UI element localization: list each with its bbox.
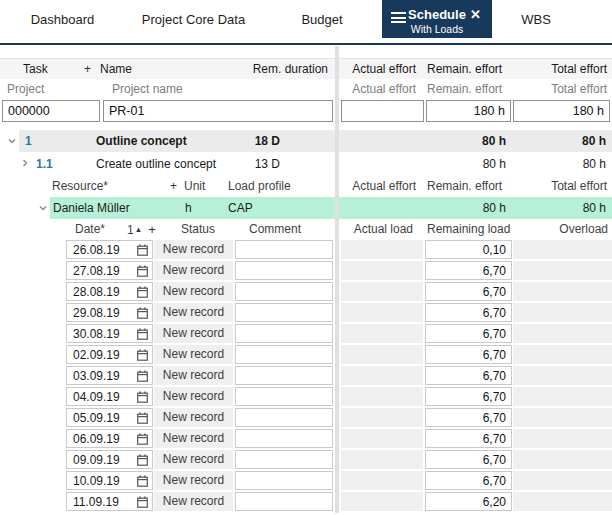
comment-field [235,408,333,427]
calendar-icon[interactable] [137,349,148,361]
calendar-icon[interactable] [137,328,148,340]
status-cell: New record [154,282,233,301]
comment-input[interactable] [235,450,333,469]
tab-dashboard[interactable]: Dashboard [0,0,125,38]
calendar-icon[interactable] [137,391,148,403]
project-total-effort-input[interactable] [513,100,610,122]
date-field[interactable]: 06.09.19 [66,429,153,448]
tab-project-core-data[interactable]: Project Core Data [125,0,262,38]
date-field[interactable]: 29.08.19 [66,303,153,322]
date-field[interactable]: 02.09.19 [66,345,153,364]
remaining-load-input[interactable] [425,408,512,427]
date-field[interactable]: 11.09.19 [66,492,153,511]
chevron-right-icon[interactable] [20,158,30,168]
date-field[interactable]: 04.09.19 [66,387,153,406]
overload-cell [513,240,612,259]
task-remain-effort: 80 h [482,134,506,148]
task-row-1-1[interactable]: 1.1 Create outline concept 13 D 80 h 80 … [0,152,612,175]
task-name: Outline concept [96,134,187,148]
project-remain-effort-input[interactable] [426,100,511,122]
date-field[interactable]: 26.08.19 [66,240,153,259]
project-actual-effort-input[interactable] [341,100,424,122]
remaining-load-input[interactable] [425,471,512,490]
comment-input[interactable] [235,324,333,343]
comment-input[interactable] [235,366,333,385]
calendar-icon[interactable] [137,286,148,298]
remaining-load-input[interactable] [425,429,512,448]
col-remaining-load-label: Remaining load [427,222,510,236]
chevron-down-icon[interactable] [7,136,17,146]
date-field[interactable]: 10.09.19 [66,471,153,490]
task-total-effort: 80 h [582,134,606,148]
calendar-icon[interactable] [137,244,148,256]
calendar-icon[interactable] [137,412,148,424]
comment-input[interactable] [235,303,333,322]
col-total-effort-label: Total effort [551,179,607,193]
date-value: 27.08.19 [73,264,120,278]
remaining-load-input[interactable] [425,303,512,322]
actual-load-cell [341,450,423,469]
tab-schedule[interactable]: Schedule With Loads ✕ [382,0,492,38]
add-task-button[interactable]: + [84,62,91,76]
date-field[interactable]: 05.09.19 [66,408,153,427]
calendar-icon[interactable] [137,475,148,487]
project-id-input[interactable] [2,100,100,122]
project-name-input[interactable] [103,100,333,122]
comment-input[interactable] [235,282,333,301]
chevron-down-icon[interactable] [38,203,48,213]
remaining-load-input[interactable] [425,450,512,469]
hamburger-menu-icon[interactable] [391,12,406,26]
resource-load-profile: CAP [228,201,253,215]
calendar-icon[interactable] [137,265,148,277]
calendar-icon[interactable] [137,433,148,445]
remaining-load-input[interactable] [425,261,512,280]
comment-input[interactable] [235,387,333,406]
calendar-icon[interactable] [137,496,148,508]
date-field[interactable]: 27.08.19 [66,261,153,280]
date-field[interactable]: 30.08.19 [66,324,153,343]
remaining-load-field [425,387,512,406]
remaining-load-input[interactable] [425,240,512,259]
remaining-load-field [425,492,512,511]
date-field[interactable]: 03.09.19 [66,366,153,385]
actual-load-cell [341,408,423,427]
comment-input[interactable] [235,408,333,427]
comment-input[interactable] [235,240,333,259]
calendar-icon[interactable] [137,370,148,382]
tab-budget[interactable]: Budget [262,0,382,38]
comment-input[interactable] [235,471,333,490]
project-label: Project [7,82,44,96]
remaining-load-input[interactable] [425,492,512,511]
date-field[interactable]: 09.09.19 [66,450,153,469]
load-rows: 26.08.19 New record 27.08.19 N [0,239,612,512]
tab-wbs[interactable]: WBS [492,0,580,38]
comment-field [235,261,333,280]
comment-input[interactable] [235,429,333,448]
comment-input[interactable] [235,345,333,364]
remaining-load-input[interactable] [425,324,512,343]
col-task-label: Task [23,62,48,76]
calendar-icon[interactable] [137,307,148,319]
remaining-load-field [425,324,512,343]
remaining-load-input[interactable] [425,282,512,301]
date-sort-control[interactable]: 1 ▲ + [127,222,156,237]
tab-project-core-data-label: Project Core Data [142,12,245,27]
remaining-load-input[interactable] [425,366,512,385]
actual-load-cell [341,471,423,490]
resource-row-daniela-mueller[interactable]: Daniela Müller h CAP 80 h 80 h [0,197,612,219]
task-row-1[interactable]: 1 Outline concept 18 D 80 h 80 h [0,130,612,152]
col-unit-label: Unit [184,179,205,193]
date-value: 11.09.19 [73,495,119,509]
add-resource-button[interactable]: + [170,179,177,193]
calendar-icon[interactable] [137,454,148,466]
comment-input[interactable] [235,492,333,511]
add-load-record-button[interactable]: + [148,222,156,237]
close-icon[interactable]: ✕ [470,7,481,22]
load-row: 10.09.19 New record [0,470,612,491]
remaining-load-input[interactable] [425,345,512,364]
date-field[interactable]: 28.08.19 [66,282,153,301]
remaining-load-input[interactable] [425,387,512,406]
status-cell: New record [154,303,233,322]
actual-load-cell [341,387,423,406]
comment-input[interactable] [235,261,333,280]
